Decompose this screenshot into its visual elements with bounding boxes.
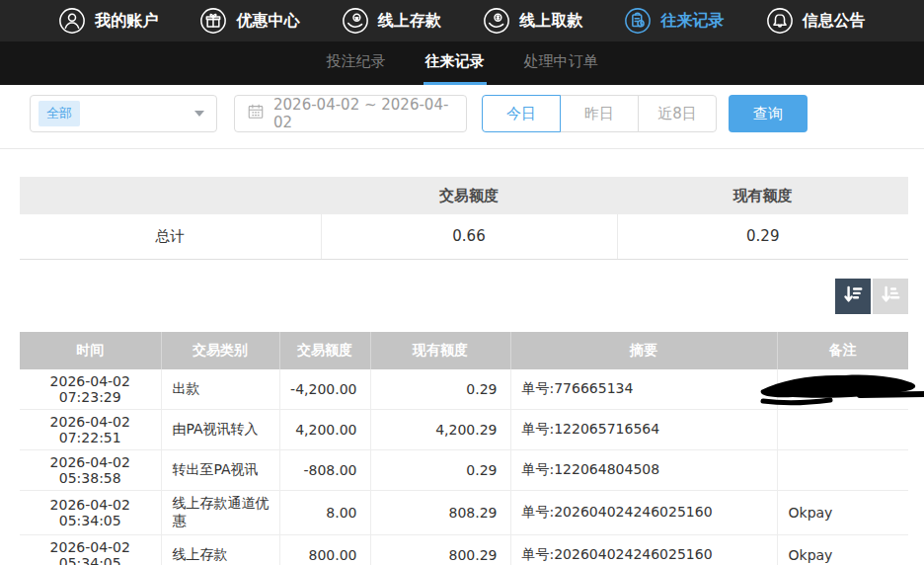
cell-amount: 8.00 (279, 490, 370, 534)
summary-header-current-balance: 现有额度 (617, 177, 908, 214)
calendar-icon (247, 103, 265, 124)
sub-nav: 投注纪录 往来记录 处理中订单 (0, 41, 924, 85)
nav-item-announcements[interactable]: 信息公告 (766, 7, 866, 35)
col-header-remark: 备注 (777, 332, 908, 369)
sort-ascending-button[interactable] (873, 279, 908, 314)
cell-time: 2026-04-02 05:34:05 (20, 490, 161, 534)
yesterday-button[interactable]: 昨日 (560, 95, 639, 132)
cell-remark (777, 409, 908, 449)
col-header-type: 交易类别 (161, 332, 279, 369)
cell-remark (777, 369, 908, 410)
withdraw-icon (483, 7, 510, 35)
col-header-transaction-amount: 交易额度 (279, 332, 370, 369)
cell-remark (777, 449, 908, 490)
table-row: 2026-04-02 05:38:58 转出至PA视讯 -808.00 0.29… (20, 449, 908, 490)
nav-item-withdraw[interactable]: 线上取款 (483, 7, 582, 35)
cell-time: 2026-04-02 05:38:58 (20, 449, 161, 490)
cell-summary: 单号:776665134 (510, 369, 777, 410)
cell-remark: Okpay (777, 534, 908, 565)
nav-item-label: 往来记录 (660, 11, 724, 32)
table-row: 2026-04-02 07:23:29 出款 -4,200.00 0.29 单号… (20, 369, 908, 410)
col-header-summary: 摘要 (510, 332, 777, 369)
filter-bar: 全部 2026-04-02 ~ 2026-04-02 今日 昨日 近8日 查询 (30, 94, 908, 133)
divider (0, 148, 924, 149)
summary-header-row: 交易额度 现有额度 (20, 177, 908, 214)
cell-amount: 800.00 (279, 534, 370, 565)
nav-item-label: 线上取款 (519, 11, 582, 32)
today-button[interactable]: 今日 (482, 95, 561, 132)
table-row: 2026-04-02 05:34:05 线上存款通道优惠 8.00 808.29… (20, 490, 908, 534)
records-table: 时间 交易类别 交易额度 现有额度 摘要 备注 2026-04-02 07:23… (20, 332, 908, 565)
sort-descending-button[interactable] (835, 279, 871, 314)
nav-item-transaction-records[interactable]: 往来记录 (624, 7, 724, 35)
gift-icon (199, 7, 227, 35)
summary-table: 交易额度 现有额度 总计 0.66 0.29 (20, 177, 908, 260)
cell-balance: 808.29 (370, 490, 510, 534)
user-icon (58, 7, 86, 35)
sort-descending-icon (842, 283, 864, 308)
cell-balance: 4,200.29 (370, 409, 510, 449)
summary-total-row: 总计 0.66 0.29 (20, 214, 908, 259)
nav-item-label: 线上存款 (378, 11, 441, 32)
table-row: 2026-04-02 07:22:51 由PA视讯转入 4,200.00 4,2… (20, 409, 908, 449)
cell-balance: 800.29 (370, 534, 510, 565)
date-range-value: 2026-04-02 ~ 2026-04-02 (273, 96, 454, 131)
nav-item-deposit[interactable]: 线上存款 (342, 7, 441, 35)
date-range-input[interactable]: 2026-04-02 ~ 2026-04-02 (234, 95, 467, 132)
last-8-days-button[interactable]: 近8日 (638, 95, 717, 132)
type-select[interactable]: 全部 (30, 95, 217, 132)
cell-type: 出款 (161, 369, 279, 410)
chevron-down-icon (194, 111, 204, 117)
tab-betting-records[interactable]: 投注纪录 (325, 41, 388, 85)
cell-summary: 单号:202604024246025160 (510, 490, 777, 534)
cell-summary: 单号:122064804508 (510, 449, 777, 490)
deposit-icon (342, 7, 369, 35)
cell-balance: 0.29 (370, 369, 510, 410)
sort-ascending-icon (880, 283, 901, 308)
cell-remark: Okpay (777, 490, 908, 534)
nav-item-label: 我的账户 (95, 11, 158, 32)
cell-summary: 单号:122065716564 (510, 409, 777, 449)
cell-amount: 4,200.00 (279, 409, 370, 449)
summary-total-label: 总计 (20, 214, 321, 259)
top-nav: 我的账户 优惠中心 线上存款 线上取款 往来记录 信息公告 (0, 0, 924, 41)
query-button[interactable]: 查询 (729, 95, 808, 132)
summary-header-blank (20, 177, 321, 214)
table-row: 2026-04-02 05:34:05 线上存款 800.00 800.29 单… (20, 534, 908, 565)
tab-processing-orders[interactable]: 处理中订单 (522, 41, 600, 85)
col-header-current-balance: 现有额度 (370, 332, 510, 369)
nav-item-my-account[interactable]: 我的账户 (58, 7, 158, 35)
cell-amount: -808.00 (279, 449, 370, 490)
cell-time: 2026-04-02 07:23:29 (20, 369, 161, 410)
cell-summary: 单号:202604024246025160 (510, 534, 777, 565)
sort-toolbar (0, 279, 908, 314)
cell-type: 由PA视讯转入 (161, 409, 279, 449)
announcement-bell-icon (766, 7, 794, 35)
type-select-value: 全部 (38, 101, 80, 126)
quick-date-group: 今日 昨日 近8日 (482, 95, 717, 132)
cell-amount: -4,200.00 (279, 369, 370, 410)
cell-type: 转出至PA视讯 (161, 449, 279, 490)
summary-balance-total: 0.29 (617, 214, 908, 259)
col-header-time: 时间 (20, 332, 161, 369)
cell-type: 线上存款 (161, 534, 279, 565)
nav-item-promotions[interactable]: 优惠中心 (199, 7, 299, 35)
records-header-row: 时间 交易类别 交易额度 现有额度 摘要 备注 (20, 332, 908, 369)
summary-transaction-total: 0.66 (321, 214, 617, 259)
cell-type: 线上存款通道优惠 (161, 490, 279, 534)
tab-transaction-records[interactable]: 往来记录 (424, 41, 487, 85)
nav-item-label: 优惠中心 (236, 11, 299, 32)
cell-time: 2026-04-02 05:34:05 (20, 534, 161, 565)
records-icon (624, 7, 652, 35)
summary-header-transaction-amount: 交易额度 (321, 177, 617, 214)
cell-balance: 0.29 (370, 449, 510, 490)
cell-time: 2026-04-02 07:22:51 (20, 409, 161, 449)
nav-item-label: 信息公告 (803, 11, 866, 32)
